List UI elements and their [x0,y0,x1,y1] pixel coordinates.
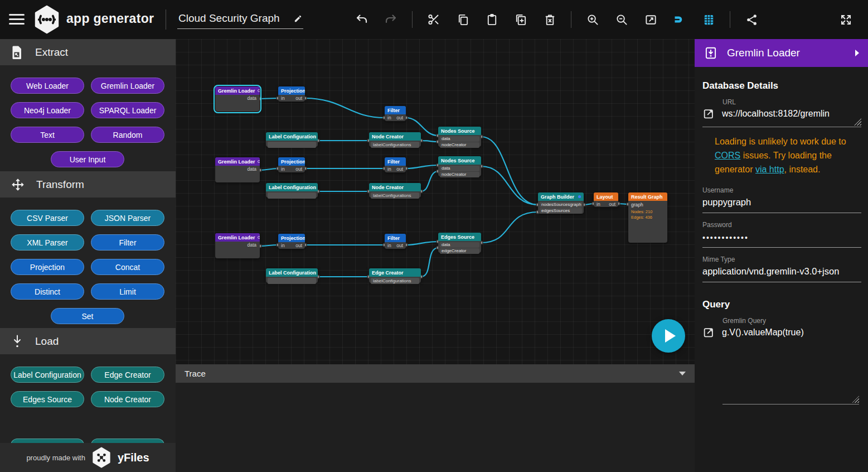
trace-content [176,383,695,472]
password-label: Password [702,221,861,229]
node-gremlin-loader-1[interactable]: Gremlin Loader data [215,86,260,112]
palette-button-concat[interactable]: Concat [91,259,164,275]
share-button[interactable] [744,11,759,28]
node-edges-source[interactable]: Edges Source data edgeCreator [438,233,481,253]
node-projection-1[interactable]: Projection inout [278,86,305,102]
copy-button[interactable] [455,11,471,28]
palette-button-xml-parser[interactable]: XML Parser [11,234,84,251]
palette-button-projection[interactable]: Projection [11,259,84,275]
panel-header: Gremlin Loader [695,39,868,67]
grid-button[interactable] [701,11,716,28]
fullscreen-button[interactable] [838,11,854,28]
node-node-creator-2[interactable]: Node Creator labelConfigurations [369,183,421,198]
node-label-configuration-2[interactable]: Label Configuration [266,183,318,198]
app-name: app generator [66,11,154,26]
snap-magnet-icon [673,13,686,26]
node-filter-3[interactable]: Filter inout [385,234,406,249]
palette-button-web-loader[interactable]: Web Loader [11,78,84,94]
panel-title: Gremlin Loader [727,47,800,59]
project-title-field[interactable] [177,10,303,29]
palette-button-node-creator[interactable]: Node Creator [91,391,164,407]
palette-button-sparql-loader[interactable]: SPARQL Loader [91,102,164,118]
node-filter-2[interactable]: Filter inout [385,157,406,172]
section-title: Transform [36,179,84,191]
paste-icon [486,13,498,26]
menu-icon[interactable] [9,14,25,25]
palette-button-set[interactable]: Set [51,308,124,324]
resize-handle[interactable] [852,396,859,403]
palette-button-random[interactable]: Random [91,127,164,143]
username-value[interactable]: puppygraph [702,194,861,213]
username-label: Username [702,186,861,194]
node-graph-builder[interactable]: Graph Builder nodesSourcesgraph edgesSou… [538,192,584,214]
node-gremlin-loader-3[interactable]: Gremlin Loader data [215,233,260,258]
yfiles-brand: yFiles [118,451,149,464]
palette-button-limit[interactable]: Limit [91,283,164,300]
duplicate-button[interactable] [513,11,528,28]
trace-label: Trace [185,369,206,378]
palette-button-edges-source[interactable]: Edges Source [11,391,84,407]
palette-button-filter[interactable]: Filter [91,234,164,251]
palette-button-csv-parser[interactable]: CSV Parser [11,210,84,226]
palette-button-edge-creator[interactable]: Edge Creator [91,367,164,383]
open-in-new-icon[interactable] [702,108,715,120]
snap-magnet-button[interactable] [672,11,687,28]
node-edge-creator[interactable]: Edge Creator labelConfigurations [369,268,421,283]
gremlin-query-value[interactable]: g.V().valueMap(true) [722,327,804,338]
node-layout[interactable]: Layout inout [594,192,618,207]
delete-button[interactable] [542,11,557,28]
undo-button[interactable] [354,11,370,28]
project-title-input[interactable] [177,10,287,25]
url-value[interactable]: ws://localhost:8182/gremlin [722,109,830,119]
fullscreen-icon [839,13,853,27]
palette-button-gremlin-loader[interactable]: Gremlin Loader [91,78,164,94]
node-label-configuration-3[interactable]: Label Configuration [266,268,318,283]
gremlin-query-textarea[interactable] [722,339,859,404]
resize-handle[interactable] [854,118,861,126]
node-nodes-source-1[interactable]: Nodes Source data nodeCreator [438,127,481,147]
collapse-panel-icon[interactable] [855,50,859,56]
palette-button-text[interactable]: Text [11,127,84,143]
url-field[interactable]: ws://localhost:8182/gremlin [702,108,861,127]
cut-button[interactable] [426,11,442,28]
load-icon [11,334,24,349]
via-http-link[interactable]: via http [755,165,784,174]
result-edges-count: Edges: 436 [631,215,665,220]
graph-canvas[interactable]: Gremlin Loader data Projection inout Fil… [176,39,695,364]
node-label-configuration-1[interactable]: Label Configuration [266,132,318,147]
open-in-new-icon[interactable] [702,326,715,339]
section-header-load: Load [0,328,176,354]
zoom-in-button[interactable] [585,11,600,28]
mime-type-value[interactable]: application/vnd.gremlin-v3.0+json [702,263,861,282]
node-gremlin-loader-2[interactable]: Gremlin Loader data [215,157,260,182]
node-filter-1[interactable]: Filter inout [385,106,406,121]
gremlin-query-field[interactable]: g.V().valueMap(true) [702,326,861,339]
toolbar-divider [730,11,730,28]
section-title: Extract [35,46,68,59]
node-nodes-source-2[interactable]: Nodes Source data nodeCreator [438,156,481,176]
toolbar [354,11,759,28]
run-button[interactable] [652,319,685,353]
palette-button-json-parser[interactable]: JSON Parser [91,210,164,226]
palette-button-distinct[interactable]: Distinct [11,283,84,300]
url-label: URL [722,98,861,106]
password-field[interactable]: Password •••••••••••• [702,221,861,248]
node-node-creator-1[interactable]: Node Creator labelConfigurations [369,132,421,147]
password-value[interactable]: •••••••••••• [702,229,861,248]
node-result-graph[interactable]: Result Graph graph Nodes: 210 Edges: 436 [628,192,667,243]
palette-button-label-configuration[interactable]: Label Configuration [11,367,84,383]
mime-type-field[interactable]: Mime Type application/vnd.gremlin-v3.0+j… [702,256,861,282]
redo-button[interactable] [383,11,399,28]
username-field[interactable]: Username puppygraph [702,186,861,213]
palette-button-neo4j-loader[interactable]: Neo4j Loader [11,102,84,118]
trace-bar[interactable]: Trace [176,364,695,383]
chevron-down-icon[interactable] [679,372,686,375]
cors-link[interactable]: CORS [715,151,740,160]
node-projection-3[interactable]: Projection inout [278,234,305,249]
palette-button-user-input[interactable]: User Input [51,151,124,167]
zoom-out-button[interactable] [614,11,629,28]
paste-button[interactable] [484,11,500,28]
play-icon [665,329,676,343]
node-projection-2[interactable]: Projection inout [278,157,305,172]
fit-view-button[interactable] [643,11,658,28]
